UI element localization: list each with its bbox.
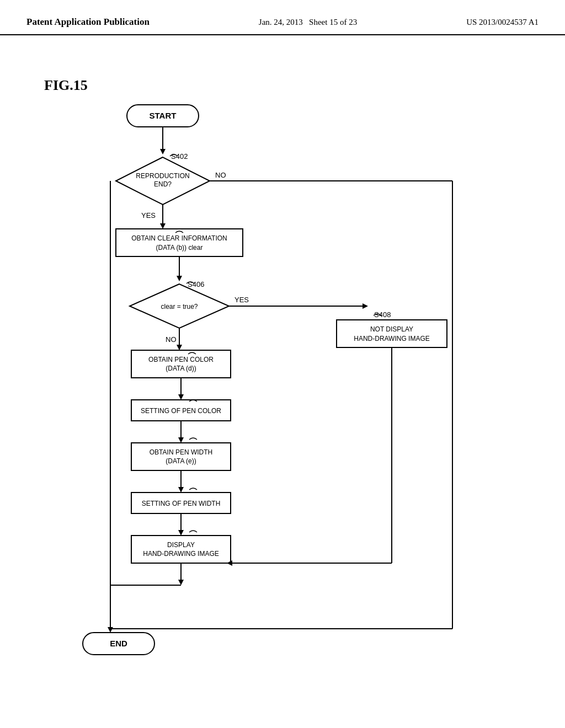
svg-text:REPRODUCTION: REPRODUCTION	[136, 172, 189, 180]
svg-marker-37	[178, 394, 184, 400]
svg-text:SETTING OF PEN COLOR: SETTING OF PEN COLOR	[141, 407, 221, 415]
svg-text:(DATA (e)): (DATA (e))	[166, 457, 196, 465]
svg-rect-55	[131, 536, 231, 563]
svg-text:YES: YES	[141, 211, 156, 220]
svg-marker-69	[108, 627, 113, 633]
svg-rect-33	[337, 320, 447, 347]
svg-marker-11	[160, 223, 166, 229]
svg-marker-42	[178, 437, 184, 443]
svg-text:(DATA (b)) clear: (DATA (b)) clear	[156, 244, 203, 251]
svg-text:SETTING OF PEN WIDTH: SETTING OF PEN WIDTH	[142, 500, 221, 507]
svg-text:OBTAIN PEN WIDTH: OBTAIN PEN WIDTH	[150, 448, 212, 456]
svg-text:clear = true?: clear = true?	[161, 303, 198, 311]
svg-text:DISPLAY: DISPLAY	[167, 541, 195, 549]
svg-text:NOT DISPLAY: NOT DISPLAY	[370, 325, 413, 333]
svg-rect-29	[131, 350, 231, 378]
figure-label: FIG.15	[44, 77, 530, 94]
patent-number: US 2013/0024537 A1	[466, 15, 539, 29]
svg-marker-26	[177, 345, 182, 350]
svg-text:(DATA (d)): (DATA (d))	[166, 365, 196, 372]
figure-area: FIG.15 START S402 REPRODUCTION END? NO Y…	[33, 77, 530, 695]
svg-text:S402: S402	[171, 152, 188, 160]
flowchart: START S402 REPRODUCTION END? NO YES S404…	[33, 99, 508, 695]
svg-text:YES: YES	[234, 296, 249, 304]
svg-text:OBTAIN CLEAR INFORMATION: OBTAIN CLEAR INFORMATION	[131, 234, 227, 242]
svg-rect-44	[131, 443, 231, 470]
page-header: Patent Application Publication Jan. 24, …	[0, 0, 565, 35]
svg-text:HAND-DRAWING IMAGE: HAND-DRAWING IMAGE	[354, 335, 430, 342]
svg-text:S408: S408	[374, 311, 391, 319]
svg-text:OBTAIN PEN COLOR: OBTAIN PEN COLOR	[148, 356, 214, 363]
svg-text:START: START	[150, 111, 177, 120]
publication-label: Patent Application Publication	[26, 15, 150, 29]
svg-marker-53	[178, 530, 184, 536]
svg-marker-62	[178, 580, 184, 585]
svg-rect-14	[116, 229, 243, 256]
svg-text:HAND-DRAWING IMAGE: HAND-DRAWING IMAGE	[143, 550, 219, 558]
sheet-info: Jan. 24, 2013 Sheet 15 of 23	[259, 15, 357, 29]
svg-marker-23	[363, 303, 368, 309]
svg-marker-18	[177, 276, 182, 281]
svg-text:END?: END?	[154, 180, 172, 188]
svg-text:NO: NO	[215, 171, 226, 179]
svg-marker-3	[160, 149, 166, 154]
svg-text:END: END	[110, 639, 127, 648]
svg-marker-48	[178, 487, 184, 493]
svg-text:NO: NO	[166, 335, 177, 344]
